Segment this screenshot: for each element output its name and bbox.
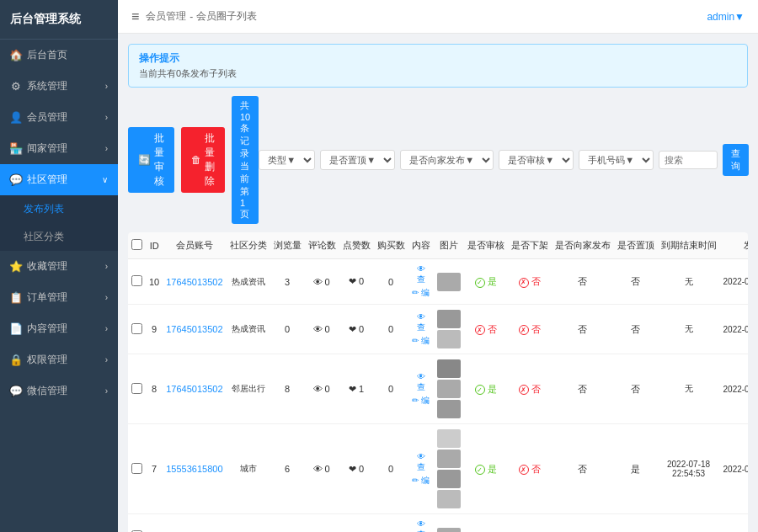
content-icon: 📄 <box>10 323 22 335</box>
sidebar-item-permission[interactable]: 🔒 权限管理 › <box>0 344 118 375</box>
edit-icon[interactable]: ✏ 编 <box>412 475 430 487</box>
cell-purchases: 0 <box>374 354 408 424</box>
breadcrumb-part1: 会员管理 <box>146 9 186 24</box>
breadcrumb-separator: - <box>190 11 193 23</box>
cell-top: 否 <box>614 354 658 424</box>
cell-offline: ✗ 否 <box>508 305 552 354</box>
cell-id: 7 <box>146 424 163 514</box>
cell-offline: ✗ 否 <box>508 259 552 305</box>
cell-likes: ❤ 0 <box>339 259 374 305</box>
offline-icon: ✗ <box>519 465 529 475</box>
batch-delete-button[interactable]: 🗑 批量删除 <box>181 127 225 193</box>
arrow-icon: › <box>105 355 108 364</box>
row-checkbox[interactable] <box>131 383 142 394</box>
cell-publish-time: 2022-05-23 11:31:24 <box>720 514 748 533</box>
cell-likes: ❤ 0 <box>339 305 374 354</box>
offline-status: ✗ 否 <box>519 276 541 286</box>
approved-status: ✗ 否 <box>475 324 497 334</box>
edit-icon[interactable]: ✏ 编 <box>412 287 430 299</box>
menu-toggle-icon[interactable]: ≡ <box>131 9 139 24</box>
table-row: 9 17645013502 热成资讯 0 👁0 ❤ 0 0 👁 查 ✏ 编 ✗ … <box>128 305 748 354</box>
view-icon[interactable]: 👁 查 <box>412 519 430 532</box>
cell-image <box>434 424 464 514</box>
cell-comments: 👁0 <box>305 424 339 514</box>
sidebar-item-community-cat[interactable]: 社区分类 <box>0 223 118 251</box>
row-checkbox[interactable] <box>131 275 142 286</box>
cell-category: 热成资讯 <box>227 259 270 305</box>
eye-icon: 👁 <box>313 324 323 334</box>
cell-category: 邻居出行 <box>227 354 270 424</box>
cell-family-publish: 否 <box>552 424 614 514</box>
account-link[interactable]: 15553615800 <box>166 464 222 474</box>
cell-category: 城市 <box>227 424 270 514</box>
sidebar: 后台管理系统 🏠 后台首页 ⚙ 系统管理 › 👤 会员管理 › 🏪 闻家管理 ›… <box>0 0 118 532</box>
filter-family-publish[interactable]: 是否向家发布▼ <box>400 150 494 170</box>
account-link[interactable]: 17645013502 <box>166 277 222 287</box>
cell-id: 6 <box>146 514 163 533</box>
offline-status: ✗ 否 <box>519 324 541 334</box>
sidebar-item-store[interactable]: 🏪 闻家管理 › <box>0 133 118 164</box>
cell-image <box>434 259 464 305</box>
arrow-icon: › <box>105 82 108 91</box>
sidebar-item-label: 订单管理 <box>27 290 67 305</box>
cell-comments: 👁0 <box>305 514 339 533</box>
refresh-icon: 🔄 <box>138 154 151 166</box>
admin-menu[interactable]: admin▼ <box>707 11 745 23</box>
sidebar-item-community[interactable]: 💬 社区管理 ∨ <box>0 164 118 195</box>
col-content: 内容 <box>408 232 434 259</box>
approved-status: ✓ 是 <box>475 384 497 394</box>
cell-category: 邻居出行 <box>227 514 270 533</box>
cell-views: 8 <box>270 354 305 424</box>
table-header-row: ID 会员账号 社区分类 浏览量 评论数 点赞数 购买数 内容 图片 是否审核 … <box>128 232 748 259</box>
cell-image <box>434 354 464 424</box>
table-row: 6 19969907723 邻居出行 0 👁0 ❤ 0 0 👁 查 ✏ 编 ✓ … <box>128 514 748 533</box>
app-title: 后台管理系统 <box>0 0 118 40</box>
cell-likes: ❤ 0 <box>339 514 374 533</box>
row-checkbox[interactable] <box>131 463 142 474</box>
sidebar-item-publish[interactable]: 发布列表 <box>0 195 118 223</box>
cell-offline: ✗ 否 <box>508 424 552 514</box>
sidebar-item-system[interactable]: ⚙ 系统管理 › <box>0 71 118 102</box>
filter-type[interactable]: 类型▼ <box>259 150 315 170</box>
view-icon[interactable]: 👁 查 <box>412 372 430 393</box>
sidebar-item-member[interactable]: 👤 会员管理 › <box>0 102 118 133</box>
cell-publish-time: 2022-08-16 15:17:51 <box>720 354 748 424</box>
cell-comments: 👁0 <box>305 259 339 305</box>
filter-top[interactable]: 是否置顶▼ <box>320 150 395 170</box>
edit-icon[interactable]: ✏ 编 <box>412 395 430 407</box>
approved-status: ✓ 是 <box>475 464 497 474</box>
select-all-checkbox[interactable] <box>131 239 142 250</box>
cell-purchases: 0 <box>374 514 408 533</box>
offline-icon: ✗ <box>519 385 529 395</box>
search-input[interactable] <box>659 151 718 169</box>
offline-status: ✗ 否 <box>519 464 541 474</box>
store-icon: 🏪 <box>10 143 22 155</box>
edit-icon[interactable]: ✏ 编 <box>412 335 430 347</box>
cell-comments: 👁0 <box>305 354 339 424</box>
col-checkbox <box>128 232 146 259</box>
approved-icon: ✓ <box>475 465 485 475</box>
search-button[interactable]: 查询 <box>723 144 749 176</box>
filter-phone[interactable]: 手机号码▼ <box>579 150 654 170</box>
view-icon[interactable]: 👁 查 <box>412 452 430 473</box>
sidebar-item-content[interactable]: 📄 内容管理 › <box>0 313 118 344</box>
cell-id: 8 <box>146 354 163 424</box>
arrow-icon: › <box>105 262 108 271</box>
row-checkbox[interactable] <box>131 323 142 334</box>
sidebar-item-order[interactable]: 📋 订单管理 › <box>0 282 118 313</box>
cell-expire: 无 <box>658 259 720 305</box>
view-icon[interactable]: 👁 查 <box>412 264 430 285</box>
sidebar-item-home[interactable]: 🏠 后台首页 <box>0 40 118 71</box>
col-views: 浏览量 <box>270 232 305 259</box>
batch-approve-button[interactable]: 🔄 批量审核 <box>128 127 174 193</box>
sidebar-item-collect[interactable]: ⭐ 收藏管理 › <box>0 251 118 282</box>
view-icon[interactable]: 👁 查 <box>412 312 430 333</box>
sidebar-item-wechat[interactable]: 💬 微信管理 › <box>0 375 118 407</box>
table-row: 8 17645013502 邻居出行 8 👁0 ❤ 1 0 👁 查 ✏ 编 ✓ … <box>128 354 748 424</box>
sidebar-item-label: 内容管理 <box>27 322 67 336</box>
offline-icon: ✗ <box>519 325 529 335</box>
account-link[interactable]: 17645013502 <box>166 324 222 334</box>
cell-comments: 👁0 <box>305 305 339 354</box>
filter-approved[interactable]: 是否审核▼ <box>499 150 574 170</box>
account-link[interactable]: 17645013502 <box>166 384 222 394</box>
